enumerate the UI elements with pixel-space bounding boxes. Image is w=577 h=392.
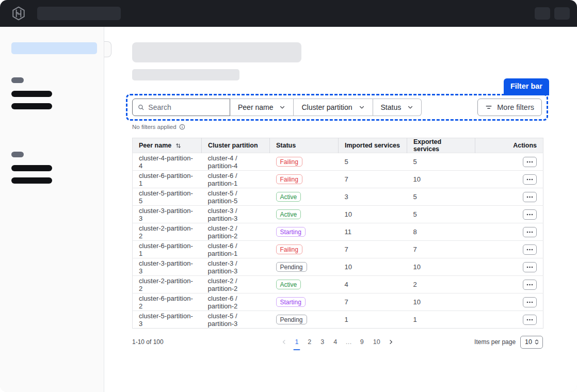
page-button-1[interactable]: 1 xyxy=(290,336,303,348)
row-actions-button[interactable] xyxy=(523,280,537,290)
ellipsis-icon xyxy=(526,266,533,268)
previous-page-button[interactable] xyxy=(278,336,290,348)
top-navbar xyxy=(0,0,577,27)
pagination-summary: 1-10 of 100 xyxy=(132,338,164,346)
filter-bar: Peer nameCluster partitionStatus More fi… xyxy=(126,94,548,121)
cell-imported-services: 7 xyxy=(339,293,407,311)
sidebar-item-placeholder-3[interactable] xyxy=(11,165,52,171)
row-actions-button[interactable] xyxy=(523,174,537,185)
cell-peer-name: cluster-4-partition-4 xyxy=(133,153,202,171)
row-actions-button[interactable] xyxy=(523,262,537,272)
ellipsis-icon xyxy=(526,301,533,303)
cell-exported-services: 1 xyxy=(407,311,475,329)
nav-search-placeholder[interactable] xyxy=(37,7,121,20)
cell-peer-name: cluster-3-partition-3 xyxy=(133,258,202,276)
filter-dropdown-peer-name[interactable]: Peer name xyxy=(230,99,293,116)
cell-exported-services: 8 xyxy=(407,223,475,241)
sidebar-item-placeholder-2[interactable] xyxy=(11,103,52,109)
column-header-actions: Actions xyxy=(475,138,543,153)
filter-dropdown-status[interactable]: Status xyxy=(373,99,422,116)
row-actions-button[interactable] xyxy=(523,157,537,167)
cell-actions xyxy=(475,223,543,241)
row-actions-button[interactable] xyxy=(523,192,537,202)
cell-actions xyxy=(475,206,543,223)
sidebar-item-placeholder-1[interactable] xyxy=(11,91,52,97)
sidebar-collapse-toggle[interactable] xyxy=(104,41,111,57)
chevron-down-icon xyxy=(407,104,413,110)
page-button-9[interactable]: 9 xyxy=(356,336,368,348)
caret-up-down-icon xyxy=(534,339,539,345)
status-badge: Starting xyxy=(276,297,306,307)
cell-status: Pending xyxy=(270,258,339,276)
cell-imported-services: 3 xyxy=(339,188,407,206)
cell-actions xyxy=(475,188,543,206)
dropdown-label: Status xyxy=(381,103,402,111)
row-actions-button[interactable] xyxy=(523,315,537,325)
more-filters-button[interactable]: More filters xyxy=(477,99,542,116)
row-actions-button[interactable] xyxy=(523,209,537,220)
row-actions-button[interactable] xyxy=(523,227,537,237)
table-header: Peer nameCluster partitionStatusImported… xyxy=(133,138,543,153)
items-per-page-select[interactable]: 10 xyxy=(520,336,543,349)
table-row: cluster-3-partition-3cluster-3 / partiti… xyxy=(133,206,543,223)
sidebar-item-placeholder-4[interactable] xyxy=(11,177,52,184)
dropdown-label: Cluster partition xyxy=(301,103,352,111)
next-page-button[interactable] xyxy=(385,336,397,348)
page-button-10[interactable]: 10 xyxy=(368,336,385,348)
info-icon[interactable] xyxy=(179,124,185,130)
pagination-ellipsis: … xyxy=(342,336,356,348)
page-button-2[interactable]: 2 xyxy=(303,336,316,348)
table-row: cluster-5-partition-3cluster-5 / partiti… xyxy=(133,311,543,329)
hashicorp-logo-icon xyxy=(11,6,26,21)
cell-cluster-partition: cluster-3 / partition-3 xyxy=(202,206,270,223)
search-icon xyxy=(138,104,144,111)
cell-actions xyxy=(475,276,543,293)
cell-exported-services: 10 xyxy=(407,258,475,276)
search-input[interactable] xyxy=(148,103,226,111)
sidebar-active-item-placeholder[interactable] xyxy=(11,42,97,54)
cell-exported-services: 5 xyxy=(407,206,475,223)
page-title-placeholder xyxy=(132,42,301,62)
column-label: Imported services xyxy=(345,142,400,149)
cell-cluster-partition: cluster-4 / partition-4 xyxy=(202,153,270,171)
status-badge: Pending xyxy=(276,315,307,324)
chevron-down-icon xyxy=(359,104,365,110)
filter-dropdown-cluster-partition[interactable]: Cluster partition xyxy=(293,99,372,116)
status-badge: Failing xyxy=(276,157,302,167)
table-row: cluster-5-partition-5cluster-5 / partiti… xyxy=(133,188,543,206)
row-actions-button[interactable] xyxy=(523,297,537,307)
status-badge: Failing xyxy=(276,244,302,254)
page-button-3[interactable]: 3 xyxy=(316,336,329,348)
status-badge: Active xyxy=(276,192,301,202)
nav-button-placeholder-1[interactable] xyxy=(535,7,550,20)
page-button-4[interactable]: 4 xyxy=(329,336,342,348)
ellipsis-icon xyxy=(526,178,533,181)
row-actions-button[interactable] xyxy=(523,244,537,255)
cell-exported-services: 2 xyxy=(407,276,475,293)
filter-icon xyxy=(485,104,492,111)
column-header-cluster-partition: Cluster partition xyxy=(202,138,270,153)
cell-peer-name: cluster-3-partition-3 xyxy=(133,206,202,223)
nav-button-placeholder-2[interactable] xyxy=(554,7,570,20)
search-input-wrapper xyxy=(132,99,230,116)
cell-imported-services: 4 xyxy=(339,276,407,293)
cell-imported-services: 7 xyxy=(339,241,407,258)
cell-actions xyxy=(475,258,543,276)
cell-imported-services: 7 xyxy=(339,171,407,188)
table-row: cluster-6-partition-1cluster-6 / partiti… xyxy=(133,171,543,188)
ellipsis-icon xyxy=(526,319,533,321)
peers-table: Peer nameCluster partitionStatusImported… xyxy=(132,138,543,329)
cell-peer-name: cluster-2-partition-2 xyxy=(133,276,202,293)
filter-dropdown-group: Peer nameCluster partitionStatus xyxy=(230,99,422,116)
cell-imported-services: 10 xyxy=(339,258,407,276)
column-header-peer-name[interactable]: Peer name xyxy=(133,138,202,153)
cell-peer-name: cluster-6-partition-1 xyxy=(133,241,202,258)
cell-imported-services: 11 xyxy=(339,223,407,241)
table-row: cluster-4-partition-4cluster-4 / partiti… xyxy=(133,153,543,171)
cell-cluster-partition: cluster-6 / partition-1 xyxy=(202,171,270,188)
sort-arrows-icon xyxy=(175,142,182,149)
cell-status: Active xyxy=(270,206,339,223)
filter-bar-section: Filter bar Peer nameCluster partitionSta… xyxy=(126,94,548,121)
cell-exported-services: 5 xyxy=(407,153,475,171)
ellipsis-icon xyxy=(526,249,533,251)
